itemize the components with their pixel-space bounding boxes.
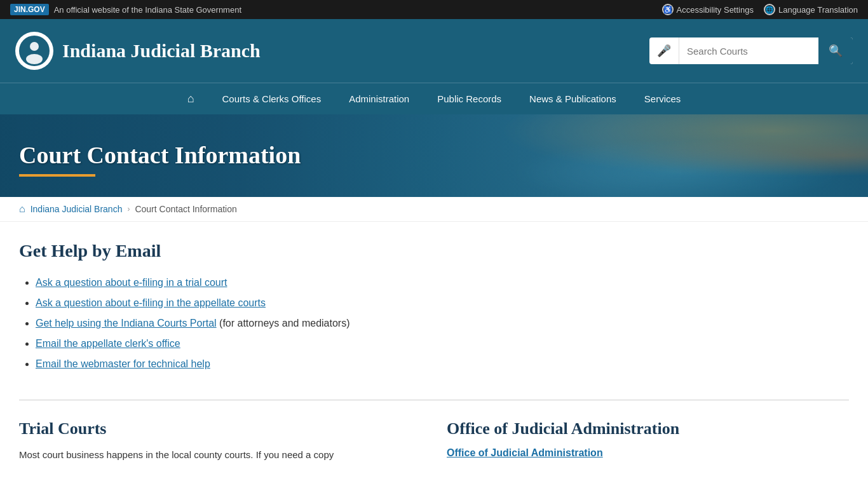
efiling-appellate-link[interactable]: Ask a question about e-filing in the app… (36, 297, 266, 308)
accessibility-label: Accessibility Settings (677, 5, 754, 15)
trial-courts-section: Trial Courts Most court business happens… (19, 419, 421, 463)
page-hero-title: Court Contact Information (19, 141, 849, 169)
microphone-icon[interactable]: 🎤 (649, 37, 679, 64)
get-help-list: Ask a question about e-filing in a trial… (19, 273, 849, 374)
breadcrumb-separator: › (127, 205, 130, 214)
language-translation-link[interactable]: 🌐 Language Translation (764, 4, 858, 15)
header-brand: Indiana Judicial Branch (15, 32, 261, 70)
list-item: Email the appellate clerk's office (36, 334, 849, 354)
jin-gov-logo: JIN.GOV (10, 4, 49, 15)
trial-courts-text: Most court business happens in the local… (19, 447, 421, 463)
list-item: Get help using the Indiana Courts Portal… (36, 313, 849, 334)
office-judicial-link[interactable]: Office of Judicial Administration (447, 447, 603, 458)
list-item: Ask a question about e-filing in the app… (36, 293, 849, 313)
globe-icon: 🌐 (764, 4, 775, 15)
nav-services[interactable]: Services (630, 83, 695, 115)
hero-banner: Court Contact Information (0, 114, 868, 197)
office-judicial-title: Office of Judicial Administration (447, 419, 849, 438)
svg-point-1 (30, 42, 39, 51)
breadcrumb: ⌂ Indiana Judicial Branch › Court Contac… (0, 197, 868, 222)
nav-home[interactable]: ⌂ (173, 83, 208, 115)
site-logo (15, 32, 53, 70)
breadcrumb-current: Court Contact Information (135, 204, 236, 214)
main-nav: ⌂ Courts & Clerks Offices Administration… (0, 83, 868, 114)
appellate-clerk-link[interactable]: Email the appellate clerk's office (36, 338, 180, 349)
breadcrumb-parent-link[interactable]: Indiana Judicial Branch (31, 204, 123, 214)
bottom-section: Trial Courts Most court business happens… (19, 419, 849, 463)
search-button[interactable]: 🔍 (818, 37, 853, 64)
nav-news-publications[interactable]: News & Publications (515, 83, 630, 115)
office-judicial-section: Office of Judicial Administration Office… (447, 419, 849, 463)
top-bar-left: JIN.GOV An official website of the India… (10, 4, 241, 15)
nav-courts-clerks[interactable]: Courts & Clerks Offices (208, 83, 336, 115)
accessibility-link[interactable]: ♿ Accessibility Settings (662, 4, 754, 15)
official-text: An official website of the Indiana State… (54, 5, 241, 15)
get-help-title: Get Help by Email (19, 241, 849, 261)
list-item: Email the webmaster for technical help (36, 354, 849, 374)
breadcrumb-home-icon: ⌂ (19, 203, 25, 215)
nav-administration[interactable]: Administration (335, 83, 423, 115)
nav-public-records[interactable]: Public Records (423, 83, 515, 115)
courts-portal-suffix: (for attorneys and mediators) (217, 318, 350, 329)
efiling-trial-link[interactable]: Ask a question about e-filing in a trial… (36, 277, 227, 288)
search-input[interactable] (679, 39, 818, 63)
accessibility-icon: ♿ (662, 4, 674, 15)
header: Indiana Judicial Branch 🎤 🔍 (0, 19, 868, 83)
site-title: Indiana Judicial Branch (62, 40, 261, 62)
get-help-section: Get Help by Email Ask a question about e… (19, 241, 849, 374)
main-content: Get Help by Email Ask a question about e… (0, 222, 868, 488)
top-bar: JIN.GOV An official website of the India… (0, 0, 868, 19)
list-item: Ask a question about e-filing in a trial… (36, 273, 849, 293)
search-container: 🎤 🔍 (649, 37, 853, 64)
svg-point-2 (26, 54, 43, 64)
trial-courts-title: Trial Courts (19, 419, 421, 438)
webmaster-link[interactable]: Email the webmaster for technical help (36, 358, 210, 369)
hero-underline (19, 174, 95, 177)
courts-portal-link[interactable]: Get help using the Indiana Courts Portal (36, 318, 217, 329)
top-bar-right: ♿ Accessibility Settings 🌐 Language Tran… (662, 4, 858, 15)
language-label: Language Translation (778, 5, 858, 15)
section-divider (19, 400, 849, 400)
